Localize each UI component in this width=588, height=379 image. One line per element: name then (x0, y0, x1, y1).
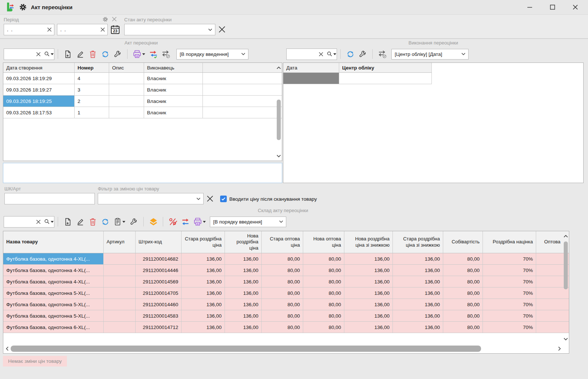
items-print-button[interactable] (191, 216, 208, 228)
items-print-dropdown-icon[interactable] (203, 221, 206, 223)
items-vertical-scrollbar[interactable] (563, 231, 569, 344)
table-row[interactable] (283, 73, 432, 84)
table-row[interactable]: Футболка базова, однотонна 6-XL(... 2911… (3, 322, 569, 333)
acts-refresh-button[interactable] (99, 48, 111, 60)
table-row[interactable]: 09.03.2026 18:19:27 3 Власник (3, 84, 282, 96)
table-row[interactable]: 09.03.2026 18:17:53 1 Власник (3, 107, 282, 118)
calendar-icon[interactable]: 23 (110, 25, 120, 35)
items-horizontal-scrollbar[interactable] (3, 344, 563, 353)
scan-price-checkbox[interactable]: Вводити ціну після сканування товару (220, 196, 317, 202)
state-dropdown[interactable] (124, 24, 215, 35)
items-col-barcode[interactable]: Штрих-код (136, 231, 182, 253)
table-row[interactable]: 09.03.2026 18:19:25 2 Власник (3, 96, 282, 107)
scroll-thumb[interactable] (564, 242, 568, 289)
close-button[interactable] (564, 0, 587, 14)
sku-field[interactable] (4, 193, 95, 204)
acts-delete-button[interactable] (86, 48, 99, 60)
items-service-wrench-icon[interactable] (128, 216, 140, 228)
scroll-thumb[interactable] (277, 100, 281, 140)
table-row[interactable]: Футболка базова, однотонна 5-XL(... 2911… (3, 287, 569, 299)
period-settings-gear-icon[interactable] (102, 16, 108, 22)
acts-col-number[interactable]: Номер (75, 63, 109, 72)
items-col-retail-markup[interactable]: Роздрібна націнка (483, 231, 536, 253)
execution-search-clear-icon[interactable] (316, 49, 326, 60)
items-add-button[interactable] (61, 216, 74, 228)
acts-col-date[interactable]: Дата створення (3, 63, 75, 72)
items-col-old-wholesale[interactable]: Стара оптова ціна (262, 231, 303, 253)
items-search-field[interactable] (4, 216, 54, 228)
maximize-button[interactable] (541, 0, 564, 14)
items-percent-button[interactable] (166, 216, 179, 228)
execution-col-center[interactable]: Центр обліку (339, 63, 431, 72)
date-from-clear-icon[interactable] (44, 24, 54, 35)
items-col-cost[interactable]: Собівартість (443, 231, 483, 253)
execution-service-wrench-icon[interactable] (356, 48, 369, 60)
acts-sort-dropdown[interactable]: [В порядку введення] (176, 49, 248, 60)
acts-comment-box[interactable] (3, 163, 282, 183)
table-row[interactable]: Футболка базова, однотонна 5-XL(... 2911… (3, 299, 569, 310)
acts-col-executor[interactable]: Виконавець (144, 63, 203, 72)
execution-col-date[interactable]: Дата (283, 63, 339, 72)
items-col-name[interactable]: Назва товару (3, 231, 104, 253)
scroll-down-icon[interactable] (563, 335, 569, 343)
items-edit-button[interactable] (74, 216, 86, 228)
scroll-up-icon[interactable] (276, 64, 282, 72)
sku-input[interactable] (5, 193, 94, 204)
items-search-input[interactable] (4, 219, 33, 225)
items-col-new-retail-disc[interactable]: Нова роздрібна ціна зі знижкою (344, 231, 393, 253)
execution-search-icon[interactable] (326, 49, 337, 60)
items-col-new-wholesale[interactable]: Нова оптова ціна (303, 231, 344, 253)
date-to-clear-icon[interactable] (98, 24, 107, 35)
items-col-article[interactable]: Артикул (104, 231, 136, 253)
execution-search-input[interactable] (287, 51, 316, 57)
scroll-up-icon[interactable] (563, 232, 569, 240)
minimize-button[interactable] (518, 0, 541, 14)
date-to-input[interactable] (57, 24, 98, 35)
date-from-field[interactable] (4, 24, 54, 35)
acts-search-field[interactable] (4, 49, 54, 60)
acts-edit-button[interactable] (74, 48, 86, 60)
date-to-field[interactable] (57, 24, 108, 35)
scroll-down-icon[interactable] (276, 152, 282, 160)
items-col-old-retail[interactable]: Стара роздрібна ціна (182, 231, 225, 253)
items-col-old-retail-disc[interactable]: Стара роздрібна ціна зі знижкою (393, 231, 443, 253)
acts-search-clear-icon[interactable] (33, 49, 43, 60)
acts-vertical-scrollbar[interactable] (276, 63, 282, 161)
acts-print-button[interactable] (131, 48, 147, 60)
price-change-clear-icon[interactable] (207, 195, 214, 202)
items-search-clear-icon[interactable] (33, 217, 43, 227)
scroll-right-icon[interactable] (556, 344, 563, 353)
date-from-input[interactable] (4, 24, 44, 35)
price-change-dropdown[interactable] (98, 193, 204, 204)
items-clipboard-dropdown-icon[interactable] (122, 221, 125, 223)
acts-add-button[interactable] (61, 48, 74, 60)
table-row[interactable]: Футболка базова, однотонна 4-XL(... 2911… (3, 276, 569, 287)
table-row[interactable]: Футболка базова, однотонна 5-XL(... 2911… (3, 310, 569, 322)
execution-sort-dropdown[interactable]: [Центр обліку] [Дата] (391, 49, 469, 60)
acts-search-icon[interactable] (43, 49, 54, 60)
acts-transfer-button[interactable] (147, 48, 159, 60)
acts-col-desc[interactable]: Опис (109, 63, 144, 72)
scroll-thumb[interactable] (11, 346, 481, 352)
checkbox-checked-icon[interactable] (220, 196, 227, 202)
items-sort-dropdown[interactable]: [В порядку введення] (210, 217, 286, 227)
acts-service-wrench-icon[interactable] (111, 48, 124, 60)
period-clear-icon[interactable] (112, 17, 117, 22)
table-row[interactable]: Футболка базова, однотонна 4-XL(... 2911… (3, 265, 569, 276)
items-refresh-button[interactable] (99, 216, 111, 228)
items-clipboard-button[interactable] (111, 216, 128, 228)
table-row[interactable]: Футболка базова, однотонна 4-XL(... 2911… (3, 253, 569, 265)
settings-gear-icon[interactable] (19, 3, 27, 11)
items-col-new-retail[interactable]: Нова роздрібна ціна (225, 231, 262, 253)
table-row[interactable]: 09.03.2026 18:19:29 4 Власник (3, 73, 282, 84)
items-layers-button[interactable] (147, 216, 159, 228)
items-delete-button[interactable] (86, 216, 99, 228)
items-col-wholesale[interactable]: Оптова (536, 231, 563, 253)
execution-refresh-button[interactable] (344, 48, 356, 60)
scroll-left-icon[interactable] (4, 344, 10, 353)
state-clear-icon[interactable] (218, 26, 226, 33)
execution-cancel-transfer-button[interactable] (376, 48, 388, 60)
items-swap-prices-button[interactable] (179, 216, 191, 228)
acts-search-input[interactable] (4, 51, 33, 57)
items-search-icon[interactable] (43, 217, 54, 227)
